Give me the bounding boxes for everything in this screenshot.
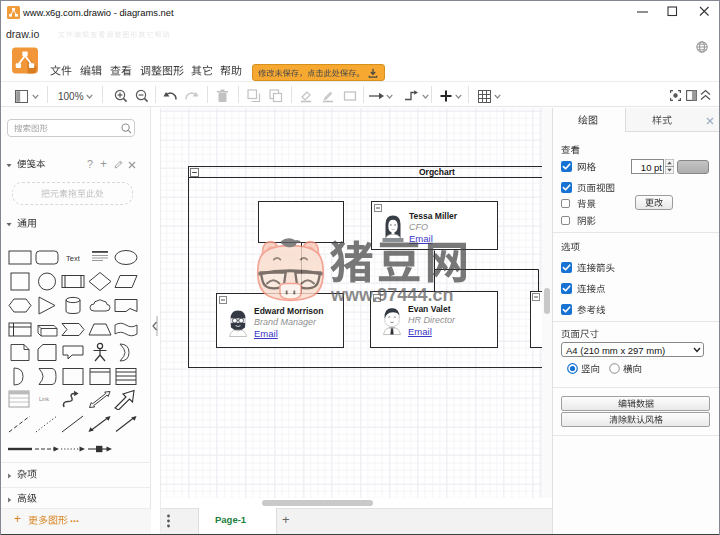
svg-text:Text: Text (66, 254, 81, 263)
svg-text:Link: Link (39, 396, 49, 402)
